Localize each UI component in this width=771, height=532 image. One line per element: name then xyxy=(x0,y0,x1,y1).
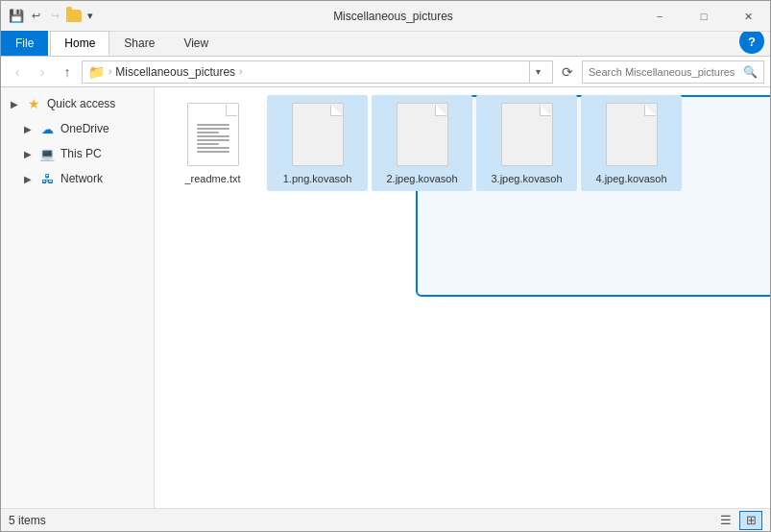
window-title: Miscellaneous_pictures xyxy=(101,10,686,23)
expand-arrow-quick-access: ▶ xyxy=(9,98,20,109)
search-icon: 🔍 xyxy=(743,65,758,79)
redo-icon[interactable]: ↪ xyxy=(47,9,62,24)
file-icon-wrapper-3 xyxy=(498,101,556,168)
expand-arrow-network: ▶ xyxy=(22,173,34,184)
close-button[interactable]: ✕ xyxy=(726,1,770,32)
sidebar-item-quick-access[interactable]: ▶ ★ Quick access xyxy=(1,91,154,116)
list-view-button[interactable]: ☰ xyxy=(714,511,737,530)
tab-share[interactable]: Share xyxy=(109,31,169,56)
breadcrumb-arrow: › xyxy=(108,66,111,77)
generic-file-icon-3 xyxy=(501,103,553,166)
save-icon[interactable]: 💾 xyxy=(9,9,24,24)
file-name-readme: _readme.txt xyxy=(184,172,240,185)
status-bar: 5 items ☰ ⊞ xyxy=(1,508,770,531)
file-icon-wrapper-readme xyxy=(184,101,242,168)
minimize-button[interactable]: − xyxy=(638,1,682,32)
maximize-button[interactable]: □ xyxy=(682,1,726,32)
file-name-3: 3.jpeg.kovasoh xyxy=(492,172,563,185)
file-icon-wrapper-2 xyxy=(394,101,451,168)
view-buttons: ☰ ⊞ xyxy=(714,511,762,530)
pc-icon: 💻 xyxy=(39,146,55,161)
tab-view[interactable]: View xyxy=(169,31,223,56)
file-line-1 xyxy=(197,124,229,126)
file-line-3 xyxy=(197,132,220,133)
file-line-2 xyxy=(197,128,229,130)
sidebar-label-this-pc: This PC xyxy=(60,147,102,160)
tab-file[interactable]: File xyxy=(1,31,48,56)
file-icon-wrapper-1 xyxy=(289,101,347,168)
file-area: _readme.txt 1.png.kovasoh 2.jpeg.kovasoh… xyxy=(155,87,770,508)
file-line-7 xyxy=(197,147,229,149)
refresh-button[interactable]: ⟳ xyxy=(557,61,578,83)
file-item-readme[interactable]: _readme.txt xyxy=(162,95,263,191)
generic-file-icon-4 xyxy=(606,103,658,166)
search-box: 🔍 xyxy=(582,60,764,84)
sidebar-item-network[interactable]: ▶ 🖧 Network xyxy=(1,166,154,191)
file-item-4[interactable]: 4.jpeg.kovasoh xyxy=(581,95,682,191)
window-controls: − □ ✕ xyxy=(638,1,770,32)
file-line-6 xyxy=(197,143,220,145)
file-icon-wrapper-4 xyxy=(603,101,661,168)
cloud-icon: ☁ xyxy=(39,121,55,136)
expand-arrow-this-pc: ▶ xyxy=(22,148,34,159)
file-line-4 xyxy=(197,135,229,137)
address-dropdown-button[interactable]: ▾ xyxy=(529,60,546,84)
txt-file-icon xyxy=(187,103,239,166)
generic-file-icon-1 xyxy=(292,103,344,166)
file-name-2: 2.jpeg.kovasoh xyxy=(387,172,458,185)
search-input[interactable] xyxy=(589,66,739,78)
sidebar-item-this-pc[interactable]: ▶ 💻 This PC xyxy=(1,141,154,166)
title-dropdown-arrow[interactable]: ▾ xyxy=(87,10,93,22)
main-area: ▶ ★ Quick access ▶ ☁ OneDrive ▶ 💻 This P… xyxy=(1,87,770,508)
file-line-8 xyxy=(197,151,229,153)
forward-button[interactable]: › xyxy=(32,61,53,83)
status-count: 5 items xyxy=(9,514,714,527)
sidebar-item-onedrive[interactable]: ▶ ☁ OneDrive xyxy=(1,116,154,141)
sidebar-label-network: Network xyxy=(60,172,103,185)
breadcrumb: 📁 › Miscellaneous_pictures › xyxy=(88,64,529,80)
address-bar: ‹ › ↑ 📁 › Miscellaneous_pictures › ▾ ⟳ 🔍 xyxy=(1,57,770,87)
file-item-2[interactable]: 2.jpeg.kovasoh xyxy=(372,95,472,191)
help-button[interactable]: ? xyxy=(739,29,764,54)
sidebar-label-quick-access: Quick access xyxy=(47,97,115,110)
address-path[interactable]: 📁 › Miscellaneous_pictures › ▾ xyxy=(82,60,553,84)
title-bar-icons: 💾 ↩ ↪ ▾ xyxy=(9,9,93,24)
expand-arrow-onedrive: ▶ xyxy=(22,123,34,134)
generic-file-icon-2 xyxy=(397,103,448,166)
sidebar: ▶ ★ Quick access ▶ ☁ OneDrive ▶ 💻 This P… xyxy=(1,87,155,508)
tiles-view-button[interactable]: ⊞ xyxy=(739,511,762,530)
sidebar-label-onedrive: OneDrive xyxy=(60,122,109,135)
folder-small-icon: 📁 xyxy=(88,64,105,80)
breadcrumb-end-arrow: › xyxy=(239,66,242,77)
up-button[interactable]: ↑ xyxy=(57,61,78,83)
file-item-1[interactable]: 1.png.kovasoh xyxy=(267,95,368,191)
network-icon: 🖧 xyxy=(39,171,55,186)
breadcrumb-folder: Miscellaneous_pictures xyxy=(115,65,235,79)
back-button[interactable]: ‹ xyxy=(7,61,28,83)
undo-icon[interactable]: ↩ xyxy=(28,9,43,24)
file-name-4: 4.jpeg.kovasoh xyxy=(596,172,667,185)
tab-home[interactable]: Home xyxy=(50,31,109,56)
file-lines xyxy=(197,124,229,153)
ribbon-tabs: File Home Share View ? xyxy=(1,32,770,57)
file-item-3[interactable]: 3.jpeg.kovasoh xyxy=(476,95,577,191)
title-bar: 💾 ↩ ↪ ▾ Miscellaneous_pictures − □ ✕ xyxy=(1,1,770,32)
folder-icon xyxy=(66,10,82,22)
star-icon: ★ xyxy=(26,96,41,111)
file-line-5 xyxy=(197,139,229,141)
file-name-1: 1.png.kovasoh xyxy=(283,172,352,185)
